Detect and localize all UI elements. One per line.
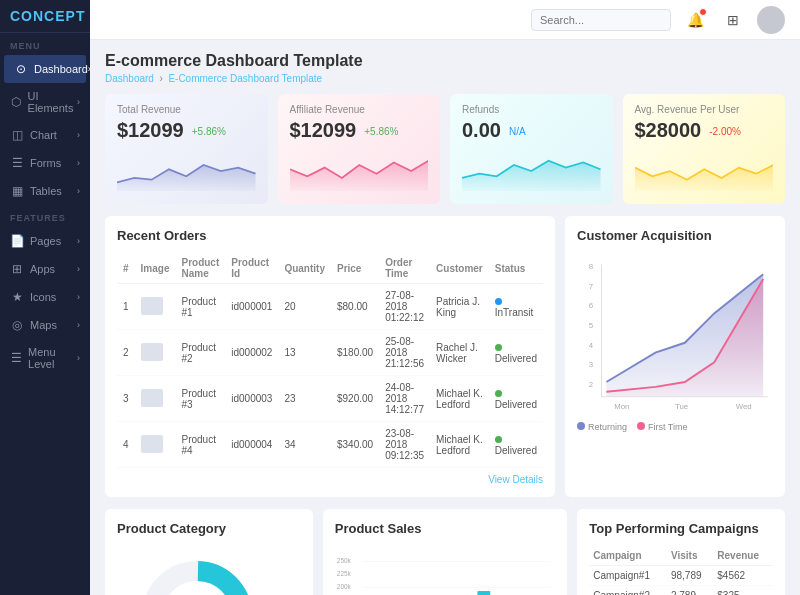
- view-details-link[interactable]: View Details: [117, 474, 543, 485]
- legend-first-time: First Time: [637, 422, 688, 432]
- card-change: +5.86%: [364, 126, 398, 137]
- cell-visits: 2,789: [667, 586, 713, 596]
- acquisition-card: Customer Acquisition 8 7 6 5 4 3 2 Mon T…: [565, 216, 785, 497]
- stat-card-affiliate-revenue: Affiliate Revenue $12099 +5.86%: [278, 94, 441, 204]
- chevron-icon: ›: [77, 186, 80, 196]
- breadcrumb: Dashboard › E-Commerce Dashboard Templat…: [105, 73, 785, 84]
- cell-product-name: Product #1: [175, 284, 225, 330]
- sidebar-item-label: Forms: [30, 157, 61, 169]
- donut-chart: [117, 546, 277, 595]
- card-label: Affiliate Revenue: [290, 104, 429, 115]
- svg-text:Mon: Mon: [614, 402, 629, 411]
- cell-revenue: $325: [713, 586, 773, 596]
- cell-customer: Michael K. Ledford: [430, 376, 489, 422]
- sidebar-item-icons[interactable]: ★ Icons ›: [0, 283, 90, 311]
- chart-legend: Returning First Time: [577, 422, 773, 432]
- list-item: Campaign#2 2,789 $325: [589, 586, 773, 596]
- svg-text:Wed: Wed: [736, 402, 752, 411]
- sidebar-item-label: Chart: [30, 129, 57, 141]
- ui-elements-icon: ⬡: [10, 95, 22, 109]
- table-row: 4 Product #4 id000004 34 $340.00 23-08-2…: [117, 422, 543, 468]
- notifications-icon[interactable]: 🔔: [681, 6, 709, 34]
- sidebar-item-maps[interactable]: ◎ Maps ›: [0, 311, 90, 339]
- bar-chart: 250k 225k 200k 175k 150k 125k 100k 75k 5…: [335, 546, 556, 595]
- app-logo: CONCEPT: [0, 0, 90, 33]
- breadcrumb-home[interactable]: Dashboard: [105, 73, 154, 84]
- cell-image: [135, 330, 176, 376]
- chevron-icon: ›: [77, 353, 80, 363]
- orders-card: Recent Orders # Image Product Name Produ…: [105, 216, 555, 497]
- cell-price: $340.00: [331, 422, 379, 468]
- sidebar-item-tables[interactable]: ▦ Tables ›: [0, 177, 90, 205]
- cell-num: 1: [117, 284, 135, 330]
- stat-cards-row: Total Revenue $12099 +5.86% Affiliate Re…: [105, 94, 785, 204]
- card-chart-4: [635, 149, 774, 194]
- cell-num: 4: [117, 422, 135, 468]
- sidebar-item-pages[interactable]: 📄 Pages ›: [0, 227, 90, 255]
- sidebar-item-apps[interactable]: ⊞ Apps ›: [0, 255, 90, 283]
- cell-num: 2: [117, 330, 135, 376]
- sidebar-item-label: Pages: [30, 235, 61, 247]
- stat-card-refunds: Refunds 0.00 N/A: [450, 94, 613, 204]
- sidebar-item-dashboard[interactable]: ⊙ Dashboard ›: [4, 55, 86, 83]
- cell-customer: Patricia J. King: [430, 284, 489, 330]
- cell-campaign: Campaign#2: [589, 586, 667, 596]
- sidebar-item-chart[interactable]: ◫ Chart ›: [0, 121, 90, 149]
- sidebar-item-forms[interactable]: ☰ Forms ›: [0, 149, 90, 177]
- cell-status: InTransit: [489, 284, 543, 330]
- product-sales-card: Product Sales 250k 225k 200k 175k 150k 1…: [323, 509, 568, 595]
- cell-price: $80.00: [331, 284, 379, 330]
- maps-icon: ◎: [10, 318, 24, 332]
- cell-num: 3: [117, 376, 135, 422]
- avatar[interactable]: [757, 6, 785, 34]
- card-value: $12099: [290, 119, 357, 142]
- svg-text:7: 7: [589, 282, 593, 291]
- sidebar-item-menu-level[interactable]: ☰ Menu Level ›: [0, 339, 90, 377]
- sidebar-item-label: Tables: [30, 185, 62, 197]
- card-chart-3: [462, 149, 601, 194]
- grid-icon[interactable]: ⊞: [719, 6, 747, 34]
- sidebar-item-label: Apps: [30, 263, 55, 275]
- svg-text:3: 3: [589, 360, 594, 369]
- cell-product-name: Product #4: [175, 422, 225, 468]
- search-input[interactable]: [531, 9, 671, 31]
- col-product-name: Product Name: [175, 253, 225, 284]
- cell-quantity: 34: [278, 422, 331, 468]
- card-chart-1: [117, 149, 256, 194]
- cell-revenue: $4562: [713, 566, 773, 586]
- sidebar-item-label: Icons: [30, 291, 56, 303]
- cell-image: [135, 284, 176, 330]
- cell-order-time: 23-08-2018 09:12:35: [379, 422, 430, 468]
- product-category-card: Product Category: [105, 509, 313, 595]
- sidebar-item-ui-elements[interactable]: ⬡ UI Elements ›: [0, 83, 90, 121]
- list-item: Campaign#1 98,789 $4562: [589, 566, 773, 586]
- legend-returning: Returning: [577, 422, 627, 432]
- card-value: 0.00: [462, 119, 501, 142]
- acquisition-chart: 8 7 6 5 4 3 2 Mon Tue Wed: [577, 253, 773, 413]
- col-revenue: Revenue: [713, 546, 773, 566]
- orders-acquisition-row: Recent Orders # Image Product Name Produ…: [105, 216, 785, 497]
- menu-section-label: MENU: [0, 33, 90, 55]
- svg-text:8: 8: [589, 262, 594, 271]
- sidebar-item-label: Dashboard: [34, 63, 88, 75]
- chevron-icon: ›: [77, 130, 80, 140]
- cell-campaign: Campaign#1: [589, 566, 667, 586]
- svg-text:5: 5: [589, 321, 594, 330]
- header: 🔔 ⊞: [90, 0, 800, 40]
- cell-order-time: 24-08-2018 14:12:77: [379, 376, 430, 422]
- features-section-label: FEATURES: [0, 205, 90, 227]
- col-num: #: [117, 253, 135, 284]
- svg-rect-43: [477, 591, 490, 595]
- cell-order-time: 27-08-2018 01:22:12: [379, 284, 430, 330]
- chevron-icon: ›: [77, 158, 80, 168]
- sidebar-item-label: Menu Level: [28, 346, 77, 370]
- product-category-title: Product Category: [117, 521, 301, 536]
- sidebar: CONCEPT MENU ⊙ Dashboard › ⬡ UI Elements…: [0, 0, 90, 595]
- cell-image: [135, 422, 176, 468]
- cell-visits: 98,789: [667, 566, 713, 586]
- card-change: -2.00%: [709, 126, 741, 137]
- svg-text:6: 6: [589, 302, 594, 311]
- card-label: Refunds: [462, 104, 601, 115]
- tables-icon: ▦: [10, 184, 24, 198]
- svg-text:2: 2: [589, 380, 593, 389]
